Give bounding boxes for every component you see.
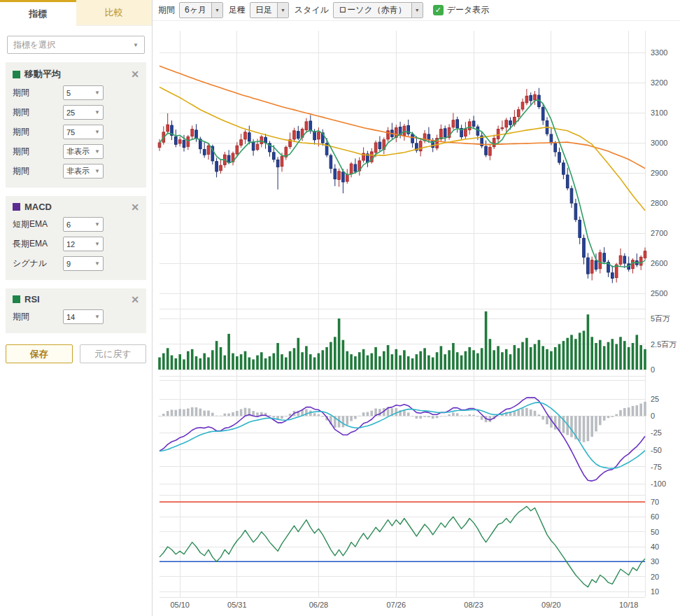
svg-text:06/28: 06/28 <box>309 601 329 609</box>
chart-toolbar: 期間 6ヶ月 ▼ 足種 日足 ▼ スタイル ローソク（赤青） ▼ ✓ データ表示 <box>153 0 680 21</box>
chart-main: 期間 6ヶ月 ▼ 足種 日足 ▼ スタイル ローソク（赤青） ▼ ✓ データ表示… <box>153 0 680 616</box>
svg-text:05/10: 05/10 <box>170 601 190 609</box>
ma-period3-select[interactable]: 75▼ <box>63 125 104 139</box>
svg-text:5百万: 5百万 <box>651 314 670 323</box>
chevron-down-icon: ▼ <box>94 90 100 96</box>
period-row-label: 期間 <box>13 311 63 323</box>
chevron-down-icon: ▼ <box>133 42 139 48</box>
svg-text:0: 0 <box>651 412 655 420</box>
ma-period1-select[interactable]: 5▼ <box>63 85 104 100</box>
macd-short-ema-select[interactable]: 6▼ <box>63 217 104 232</box>
tab-compare[interactable]: 比較 <box>76 0 153 26</box>
svg-text:30: 30 <box>651 557 659 566</box>
select-value: 75 <box>66 128 75 136</box>
chevron-down-icon: ▼ <box>211 3 222 18</box>
svg-text:25: 25 <box>651 395 659 403</box>
check-icon: ✓ <box>435 6 441 15</box>
select-value: 5 <box>66 89 71 97</box>
svg-text:3300: 3300 <box>651 48 667 57</box>
svg-text:70: 70 <box>651 498 659 506</box>
green-swatch-icon <box>13 71 20 78</box>
select-value: 6 <box>66 220 71 229</box>
save-button[interactable]: 保存 <box>6 344 73 363</box>
chevron-down-icon: ▼ <box>94 148 100 155</box>
tab-indicators[interactable]: 指標 <box>0 0 76 26</box>
indicator-select-placeholder: 指標を選択 <box>13 39 55 51</box>
rsi-period-select[interactable]: 14▼ <box>63 309 104 324</box>
panel-macd: MACD ✕ 短期EMA 6▼ 長期EMA 12▼ シグナル 9▼ <box>6 196 146 280</box>
period-select[interactable]: 6ヶ月 ▼ <box>179 2 223 18</box>
select-value: 非表示 <box>66 166 90 176</box>
chevron-down-icon: ▼ <box>94 109 100 115</box>
panel-rsi: RSI ✕ 期間 14▼ <box>6 288 146 333</box>
svg-text:0: 0 <box>651 365 655 374</box>
svg-text:60: 60 <box>651 512 659 521</box>
svg-text:08/23: 08/23 <box>464 601 483 609</box>
signal-label: シグナル <box>13 258 63 270</box>
close-icon[interactable]: ✕ <box>131 69 139 79</box>
svg-text:20: 20 <box>651 573 659 581</box>
chart-svg[interactable]: 05/1005/3106/2807/2608/2309/2010/1833003… <box>153 21 680 616</box>
long-ema-label: 長期EMA <box>13 238 63 250</box>
chevron-down-icon: ▼ <box>94 241 100 247</box>
svg-text:40: 40 <box>651 542 659 551</box>
sidebar-tabs: 指標 比較 <box>0 0 152 26</box>
bartype-label: 足種 <box>229 4 246 16</box>
data-display-label: データ表示 <box>447 4 490 16</box>
svg-text:10: 10 <box>651 587 659 596</box>
svg-text:2600: 2600 <box>651 259 667 267</box>
svg-text:07/26: 07/26 <box>386 601 406 609</box>
ma-period5-select[interactable]: 非表示▼ <box>63 164 104 178</box>
close-icon[interactable]: ✕ <box>131 295 139 304</box>
svg-text:2900: 2900 <box>651 169 667 177</box>
macd-signal-select[interactable]: 9▼ <box>63 256 104 271</box>
select-value: 非表示 <box>66 146 90 157</box>
period-value: 6ヶ月 <box>180 3 211 18</box>
svg-text:05/31: 05/31 <box>227 601 247 609</box>
svg-text:-50: -50 <box>651 446 662 454</box>
chevron-down-icon: ▼ <box>94 168 100 174</box>
chevron-down-icon: ▼ <box>277 3 288 18</box>
period-row-label: 期間 <box>13 106 63 118</box>
style-select[interactable]: ローソク（赤青） ▼ <box>333 2 423 18</box>
svg-text:2700: 2700 <box>651 229 667 237</box>
macd-long-ema-select[interactable]: 12▼ <box>63 237 104 251</box>
green-swatch-icon <box>13 295 20 303</box>
indicator-sidebar: 指標 比較 指標を選択 ▼ 移動平均 ✕ 期間 5▼ 期間 25▼ 期間 75▼… <box>0 0 153 616</box>
chevron-down-icon: ▼ <box>94 129 100 135</box>
style-value: ローソク（赤青） <box>334 3 411 18</box>
svg-text:50: 50 <box>651 528 659 536</box>
select-value: 9 <box>66 260 71 268</box>
svg-text:3200: 3200 <box>651 78 667 87</box>
svg-text:2500: 2500 <box>651 289 667 298</box>
svg-text:2.5百万: 2.5百万 <box>651 340 677 349</box>
svg-text:-25: -25 <box>651 428 662 437</box>
indicator-select[interactable]: 指標を選択 ▼ <box>7 36 145 54</box>
data-display-checkbox[interactable]: ✓ <box>433 5 444 15</box>
panel-moving-average: 移動平均 ✕ 期間 5▼ 期間 25▼ 期間 75▼ 期間 非表示▼ 期間 非表… <box>6 62 146 188</box>
chevron-down-icon: ▼ <box>94 314 100 320</box>
svg-text:09/20: 09/20 <box>541 601 561 609</box>
chevron-down-icon: ▼ <box>94 221 100 227</box>
close-icon[interactable]: ✕ <box>131 202 139 212</box>
svg-text:-100: -100 <box>651 479 666 488</box>
bartype-value: 日足 <box>250 3 277 18</box>
period-row-label: 期間 <box>13 146 63 158</box>
select-value: 25 <box>66 108 75 117</box>
ma-period4-select[interactable]: 非表示▼ <box>63 144 104 159</box>
ma-period2-select[interactable]: 25▼ <box>63 105 104 120</box>
select-value: 12 <box>66 240 75 248</box>
period-row-label: 期間 <box>13 126 63 138</box>
select-value: 14 <box>66 313 75 321</box>
purple-swatch-icon <box>13 203 20 211</box>
chevron-down-icon: ▼ <box>411 3 423 18</box>
chart-area[interactable]: 05/1005/3106/2807/2608/2309/2010/1833003… <box>153 21 680 616</box>
panel-title: 移動平均 <box>24 68 61 80</box>
reset-button[interactable]: 元に戻す <box>80 344 147 363</box>
short-ema-label: 短期EMA <box>13 218 63 230</box>
svg-text:3100: 3100 <box>651 108 667 117</box>
period-row-label: 期間 <box>13 87 63 99</box>
svg-text:10/18: 10/18 <box>619 601 639 609</box>
bartype-select[interactable]: 日足 ▼ <box>250 2 289 18</box>
style-label: スタイル <box>295 4 329 16</box>
